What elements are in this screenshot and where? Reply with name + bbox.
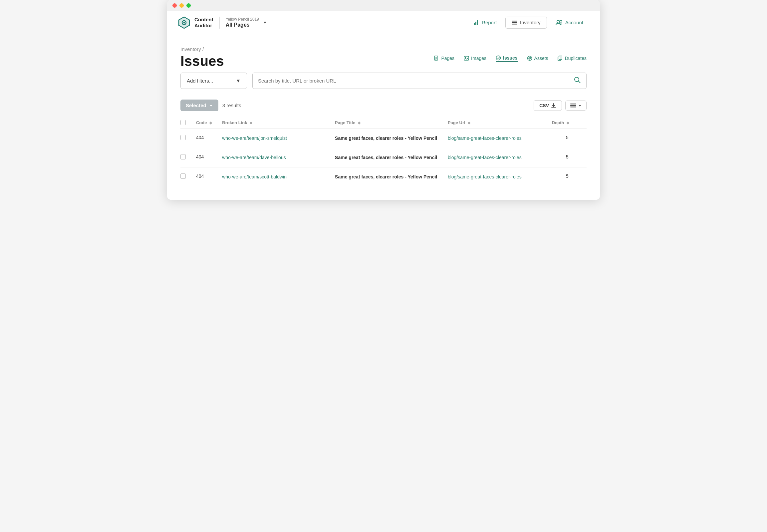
depth-sort-icon[interactable] xyxy=(567,122,569,125)
svg-rect-26 xyxy=(559,56,562,60)
col-header-page-title: Page Title xyxy=(335,117,448,129)
svg-point-20 xyxy=(497,57,498,58)
row-page-url-1: blog/same-great-faces-clearer-roles xyxy=(448,129,552,148)
nav-account-button[interactable]: Account xyxy=(550,17,589,28)
project-info: Yellow Pencil 2019 All Pages xyxy=(226,17,259,28)
selected-dropdown-arrow xyxy=(209,104,213,108)
nav-divider xyxy=(219,17,220,29)
logo-section: Content Auditor xyxy=(178,16,213,29)
duplicates-icon xyxy=(558,56,563,61)
results-count: 3 results xyxy=(222,103,241,108)
project-dropdown-arrow[interactable]: ▼ xyxy=(263,20,267,25)
svg-point-11 xyxy=(557,20,560,23)
row-checkbox-cell xyxy=(180,129,196,148)
close-dot[interactable] xyxy=(172,3,177,8)
row-depth-1: 5 xyxy=(552,129,587,148)
table-actions: CSV xyxy=(534,100,587,111)
svg-rect-6 xyxy=(477,20,478,25)
page-url-anchor-3[interactable]: blog/same-great-faces-clearer-roles xyxy=(448,174,522,179)
pages-icon xyxy=(434,56,439,61)
col-header-depth: Depth xyxy=(552,117,587,129)
search-box xyxy=(252,73,587,89)
broken-link-sort-icon[interactable] xyxy=(250,122,252,125)
navbar: Content Auditor Yellow Pencil 2019 All P… xyxy=(167,11,600,34)
row-page-title-1: Same great faces, clearer roles - Yellow… xyxy=(335,129,448,148)
svg-marker-30 xyxy=(210,105,212,107)
table-header-row: Code Broken Link Pag xyxy=(180,117,587,129)
svg-point-25 xyxy=(529,58,530,59)
inventory-icon xyxy=(512,20,518,26)
svg-marker-34 xyxy=(579,105,581,107)
table-row: 404 who-we-are/team/jon-smelquist Same g… xyxy=(180,129,587,148)
titlebar xyxy=(167,0,600,11)
col-header-page-url: Page Url xyxy=(448,117,552,129)
broken-link-anchor-3[interactable]: who-we-are/team/scott-baldwin xyxy=(222,174,287,179)
select-all-checkbox[interactable] xyxy=(180,120,186,125)
svg-point-21 xyxy=(499,58,500,59)
page-url-anchor-2[interactable]: blog/same-great-faces-clearer-roles xyxy=(448,155,522,160)
account-icon xyxy=(556,20,563,26)
row-depth-3: 5 xyxy=(552,167,587,187)
row-code-3: 404 xyxy=(196,167,222,187)
filter-dropdown-arrow: ▼ xyxy=(236,78,241,84)
broken-link-anchor-2[interactable]: who-we-are/team/dave-bellous xyxy=(222,155,286,160)
svg-line-29 xyxy=(578,81,580,83)
logo-icon xyxy=(178,16,190,29)
issues-icon xyxy=(496,55,501,61)
svg-rect-4 xyxy=(474,23,475,25)
row-page-title-3: Same great faces, clearer roles - Yellow… xyxy=(335,167,448,187)
view-dropdown-arrow-icon xyxy=(578,104,582,107)
maximize-dot[interactable] xyxy=(186,3,191,8)
nav-inventory-button[interactable]: Inventory xyxy=(505,17,547,29)
row-page-url-3: blog/same-great-faces-clearer-roles xyxy=(448,167,552,187)
row-checkbox-cell xyxy=(180,148,196,167)
svg-rect-32 xyxy=(570,105,576,106)
row-broken-link-1: who-we-are/team/jon-smelquist xyxy=(222,129,335,148)
tab-assets[interactable]: Assets xyxy=(527,56,548,62)
page-url-sort-icon[interactable] xyxy=(468,122,470,125)
row-page-url-2: blog/same-great-faces-clearer-roles xyxy=(448,148,552,167)
tab-duplicates[interactable]: Duplicates xyxy=(558,56,587,62)
data-table: Code Broken Link Pag xyxy=(180,117,587,186)
col-header-broken-link: Broken Link xyxy=(222,117,335,129)
broken-link-anchor-1[interactable]: who-we-are/team/jon-smelquist xyxy=(222,135,287,141)
svg-rect-9 xyxy=(512,22,517,23)
images-icon xyxy=(464,56,469,61)
row-checkbox-1[interactable] xyxy=(180,135,186,140)
svg-rect-10 xyxy=(512,24,517,25)
table-controls: Selected 3 results CSV xyxy=(180,100,587,111)
tab-images[interactable]: Images xyxy=(464,56,486,62)
filter-dropdown[interactable]: Add filters... ▼ xyxy=(180,73,247,89)
report-icon xyxy=(473,20,479,26)
row-checkbox-3[interactable] xyxy=(180,173,186,179)
csv-button[interactable]: CSV xyxy=(534,100,562,111)
svg-rect-5 xyxy=(475,22,476,25)
page-url-anchor-1[interactable]: blog/same-great-faces-clearer-roles xyxy=(448,135,522,141)
svg-rect-33 xyxy=(570,107,576,108)
sub-nav: Pages Images Issues xyxy=(180,55,587,62)
tab-pages[interactable]: Pages xyxy=(434,56,454,62)
row-checkbox-cell xyxy=(180,167,196,187)
row-checkbox-2[interactable] xyxy=(180,154,186,159)
col-header-check xyxy=(180,117,196,129)
minimize-dot[interactable] xyxy=(179,3,184,8)
table-row: 404 who-we-are/team/scott-baldwin Same g… xyxy=(180,167,587,187)
code-sort-icon[interactable] xyxy=(209,122,212,125)
row-broken-link-2: who-we-are/team/dave-bellous xyxy=(222,148,335,167)
search-icon xyxy=(574,76,581,84)
tab-issues[interactable]: Issues xyxy=(496,55,518,62)
download-icon xyxy=(551,103,556,108)
page-title-sort-icon[interactable] xyxy=(358,122,361,125)
row-code-1: 404 xyxy=(196,129,222,148)
nav-report-button[interactable]: Report xyxy=(467,17,503,28)
svg-line-22 xyxy=(498,58,499,58)
svg-point-18 xyxy=(465,57,466,58)
view-toggle-button[interactable] xyxy=(565,101,587,111)
search-button[interactable] xyxy=(574,76,581,85)
svg-point-3 xyxy=(183,22,185,23)
search-input[interactable] xyxy=(258,78,574,84)
list-view-icon xyxy=(570,103,576,108)
selected-button[interactable]: Selected xyxy=(180,100,218,111)
svg-rect-8 xyxy=(512,21,517,22)
filter-row: Add filters... ▼ xyxy=(180,73,587,89)
